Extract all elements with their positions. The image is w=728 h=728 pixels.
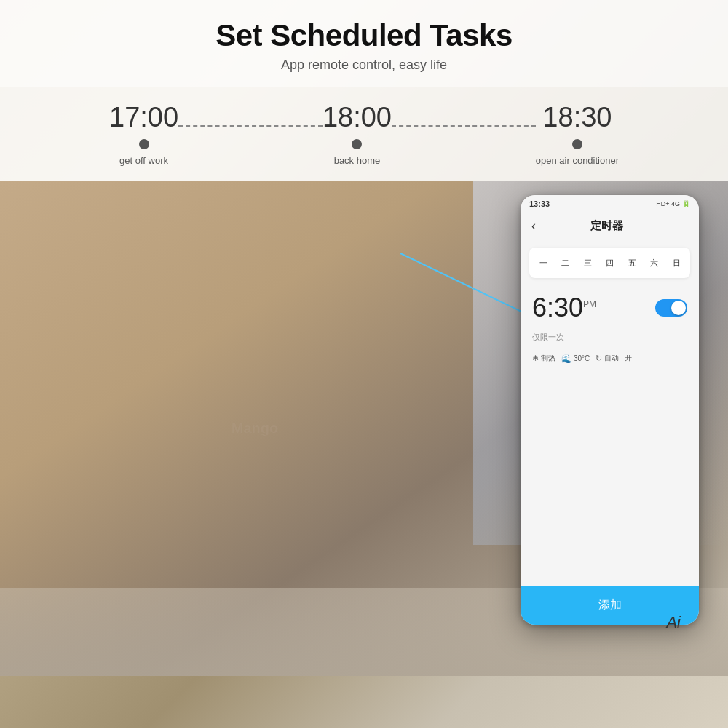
setting-temp: 🌊 30°C — [561, 354, 590, 363]
timeline-item-1: 17:00 get off work — [109, 102, 178, 166]
setting-fan: ↻ 自动 — [596, 353, 619, 363]
phone-nav-title: 定时器 — [543, 219, 688, 233]
once-label: 仅限一次 — [529, 332, 690, 343]
timeline-item-3: 18:30 open air conditioner — [536, 102, 619, 166]
timeline-label-2: back home — [334, 155, 381, 166]
phone-status-bar: 13:33 HD+ 4G 🔋 — [521, 195, 699, 213]
fan-icon: ↻ — [596, 354, 602, 363]
timeline-time-2: 18:00 — [323, 102, 392, 133]
power-label: 开 — [625, 353, 632, 363]
day-wed[interactable]: 三 — [578, 253, 597, 272]
day-fri[interactable]: 五 — [622, 253, 641, 272]
schedule-time: 6:30PM — [532, 293, 596, 323]
timeline-label-3: open air conditioner — [536, 155, 619, 166]
time-row: 6:30PM — [529, 287, 690, 329]
timeline-dot-1 — [139, 139, 149, 149]
mode-icon: ❄ — [532, 354, 539, 363]
content-overlay: Set Scheduled Tasks App remote control, … — [0, 0, 728, 728]
timeline-time-3: 18:30 — [542, 102, 612, 133]
battery-icon: 🔋 — [682, 200, 690, 207]
timeline-item-2: 18:00 back home — [323, 102, 392, 166]
setting-mode: ❄ 制热 — [532, 353, 555, 363]
photo-area: Mango 13:33 HD+ 4G 🔋 ‹ 定时器 — [0, 181, 728, 676]
timeline-line-2 — [392, 125, 536, 127]
timeline-section: 17:00 get off work 18:00 back home 18:30… — [0, 87, 728, 181]
phone-content: 一 二 三 四 五 六 日 6:30PM 仅限一次 — [521, 240, 699, 375]
timeline-dot-2 — [352, 139, 362, 149]
days-row: 一 二 三 四 五 六 日 — [529, 248, 690, 278]
day-sat[interactable]: 六 — [645, 253, 664, 272]
ai-label: Ai — [666, 613, 681, 632]
timeline-wrapper: 17:00 get off work 18:00 back home 18:30… — [109, 102, 619, 166]
timeline-dot-3 — [572, 139, 582, 149]
schedule-toggle[interactable] — [655, 299, 687, 317]
battery-label: HD+ 4G — [656, 200, 680, 207]
phone-container: 13:33 HD+ 4G 🔋 ‹ 定时器 一 二 三 四 五 — [521, 195, 699, 625]
phone-time: 13:33 — [529, 199, 550, 208]
time-ampm: PM — [583, 299, 596, 309]
mode-label: 制热 — [541, 353, 555, 363]
back-button[interactable]: ‹ — [531, 218, 536, 234]
phone-signal: HD+ 4G 🔋 — [656, 200, 690, 207]
watermark: Mango — [232, 420, 278, 437]
temp-label: 30°C — [574, 355, 590, 363]
day-sun[interactable]: 日 — [667, 253, 686, 272]
temp-icon: 🌊 — [561, 354, 571, 363]
setting-power: 开 — [625, 353, 632, 363]
day-tue[interactable]: 二 — [556, 253, 575, 272]
timeline-line-1 — [178, 125, 323, 127]
day-thu[interactable]: 四 — [601, 253, 620, 272]
time-value: 6:30 — [532, 293, 583, 323]
settings-row: ❄ 制热 🌊 30°C ↻ 自动 开 — [529, 349, 690, 368]
phone-nav: ‹ 定时器 — [521, 213, 699, 240]
timeline-time-1: 17:00 — [109, 102, 178, 133]
timeline-label-1: get off work — [119, 155, 168, 166]
fan-label: 自动 — [604, 353, 619, 363]
header-section: Set Scheduled Tasks App remote control, … — [0, 0, 728, 87]
sub-title: App remote control, easy life — [15, 58, 713, 73]
day-mon[interactable]: 一 — [534, 253, 553, 272]
main-title: Set Scheduled Tasks — [15, 18, 713, 53]
